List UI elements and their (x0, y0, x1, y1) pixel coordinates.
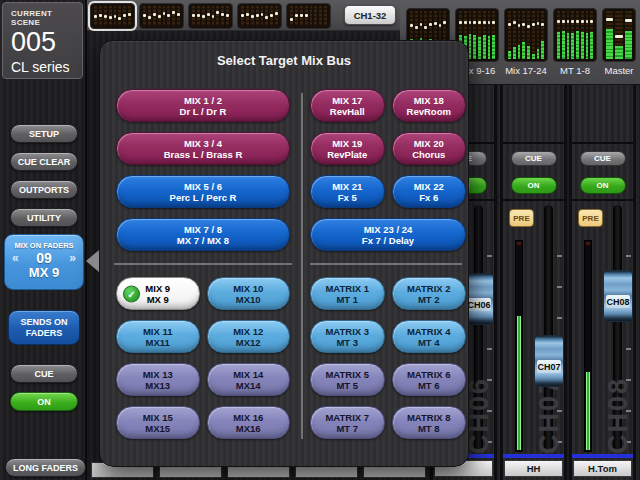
on-button[interactable]: ON (511, 177, 557, 194)
mix-bus-button-mix-7-8[interactable]: MIX 7 / 8MX 7 / MX 8 (116, 218, 290, 251)
mix-bus-name: Dr L / Dr R (180, 106, 227, 117)
cue-button[interactable]: CUE (580, 151, 626, 166)
mix-bus-name: RevRoom (407, 106, 451, 117)
mix-bus-button-mix-21[interactable]: MIX 21Fx 5 (310, 175, 385, 208)
mix-bus-button-mix-1-2[interactable]: MIX 1 / 2Dr L / Dr R (116, 89, 290, 122)
mix-bus-number: MIX 9 (145, 283, 170, 294)
mix-bus-number: MIX 7 / 8 (184, 224, 222, 235)
mix-bus-button-matrix-1[interactable]: MATRIX 1MT 1 (310, 277, 385, 310)
mix-bus-button-mix-11[interactable]: MIX 11MX11 (116, 320, 200, 353)
fader-tick (557, 286, 562, 288)
mix-bus-number: MIX 17 (332, 95, 362, 106)
mix-bus-name: Brass L / Brass R (164, 149, 243, 160)
mix-bus-button-mix-13[interactable]: MIX 13MX13 (116, 363, 200, 396)
mix-bus-number: MATRIX 5 (325, 369, 369, 380)
fader-tick (557, 255, 562, 257)
mix-bus-name: Fx 6 (419, 192, 438, 203)
mix-button-row: MATRIX 7MT 7MATRIX 8MT 8 (310, 406, 466, 439)
mix-bus-number: MIX 11 (143, 326, 173, 337)
mix-bus-number: MIX 14 (233, 369, 263, 380)
fader-cap-label: CH06 (467, 298, 491, 311)
strip-section-divider (572, 142, 633, 144)
mix-bus-name: Chorus (412, 149, 445, 160)
mix-bus-button-mix-16[interactable]: MIX 16MX16 (207, 406, 291, 439)
mix-button-row: MIX 11MX11MIX 12MX12 (116, 320, 290, 353)
mix-bus-button-mix-17[interactable]: MIX 17RevHall (310, 89, 385, 122)
mix-bus-button-mix-22[interactable]: MIX 22Fx 6 (392, 175, 467, 208)
mix-bus-name: MX 7 / MX 8 (177, 235, 229, 246)
fader-cap[interactable]: CH07 (534, 335, 564, 387)
mix-bus-button-mix-19[interactable]: MIX 19RevPlate (310, 132, 385, 165)
meter-green-bar (517, 316, 521, 450)
channel-name-plate[interactable]: H.Tom (573, 460, 632, 477)
mix-bus-name: MT 4 (418, 337, 440, 348)
mix-bus-number: MIX 5 / 6 (184, 181, 222, 192)
mix-bus-button-mix-20[interactable]: MIX 20Chorus (392, 132, 467, 165)
channel-strip-ch07: CUEONPRECH07CH07HH (500, 85, 567, 480)
matrix-group-lower-right: MATRIX 1MT 1MATRIX 2MT 2MATRIX 3MT 3MATR… (310, 277, 466, 439)
mix-bus-name: MX15 (145, 423, 170, 434)
mix-bus-name: MX14 (236, 380, 261, 391)
mix-bus-name: MT 1 (336, 294, 358, 305)
level-meter (515, 240, 523, 452)
mix-button-row: MIX 23 / 24Fx 7 / Delay (310, 218, 466, 251)
mix-button-row: ✓MIX 9MX 9MIX 10MX10 (116, 277, 290, 310)
mix-bus-number: MATRIX 2 (407, 283, 451, 294)
mix-bus-number: MIX 15 (143, 412, 173, 423)
mix-group-upper-left: MIX 1 / 2Dr L / Dr RMIX 3 / 4Brass L / B… (116, 89, 290, 251)
mix-bus-button-mix-9[interactable]: ✓MIX 9MX 9 (116, 277, 200, 310)
mix-bus-name: MX10 (236, 294, 261, 305)
mix-button-row: MIX 7 / 8MX 7 / MX 8 (116, 218, 290, 251)
popup-title: Select Target Mix Bus (100, 53, 468, 68)
mix-button-row: MIX 21Fx 5MIX 22Fx 6 (310, 175, 466, 208)
channel-ghost-label: CH07 (536, 377, 563, 454)
mix-bus-button-mix-18[interactable]: MIX 18RevRoom (392, 89, 467, 122)
mix-bus-number: MIX 12 (233, 326, 263, 337)
mix-bus-button-matrix-8[interactable]: MATRIX 8MT 8 (392, 406, 467, 439)
selected-check-icon: ✓ (123, 285, 140, 302)
mix-bus-button-matrix-2[interactable]: MATRIX 2MT 2 (392, 277, 467, 310)
pre-indicator[interactable]: PRE (578, 209, 603, 227)
mix-bus-name: MT 7 (336, 423, 358, 434)
mix-group-upper-right: MIX 17RevHallMIX 18RevRoomMIX 19RevPlate… (310, 89, 466, 251)
fader-tick (487, 348, 492, 350)
mix-bus-number: MIX 10 (233, 283, 263, 294)
mix-bus-button-mix-3-4[interactable]: MIX 3 / 4Brass L / Brass R (116, 132, 290, 165)
on-button[interactable]: ON (580, 177, 626, 194)
mix-bus-button-matrix-6[interactable]: MATRIX 6MT 6 (392, 363, 467, 396)
fader-cap[interactable]: CH08 (603, 270, 633, 322)
strip-accent-line (503, 454, 564, 458)
mix-bus-number: MIX 16 (233, 412, 263, 423)
mix-button-row: MATRIX 1MT 1MATRIX 2MT 2 (310, 277, 466, 310)
mix-bus-name: MT 3 (336, 337, 358, 348)
strip-section-divider (503, 142, 564, 144)
cue-button[interactable]: CUE (511, 151, 557, 166)
mix-button-row: MIX 3 / 4Brass L / Brass R (116, 132, 290, 165)
mix-bus-button-matrix-4[interactable]: MATRIX 4MT 4 (392, 320, 467, 353)
mix-bus-name: MX11 (146, 337, 170, 348)
mix-bus-button-mix-14[interactable]: MIX 14MX14 (207, 363, 291, 396)
mix-bus-number: MIX 21 (332, 181, 362, 192)
mix-bus-button-mix-5-6[interactable]: MIX 5 / 6Perc L / Perc R (116, 175, 290, 208)
mix-bus-button-matrix-3[interactable]: MATRIX 3MT 3 (310, 320, 385, 353)
mix-bus-button-mix-23-24[interactable]: MIX 23 / 24Fx 7 / Delay (310, 218, 466, 251)
mix-bus-button-mix-10[interactable]: MIX 10MX10 (207, 277, 291, 310)
popup-column-divider (301, 93, 303, 439)
mix-bus-button-matrix-7[interactable]: MATRIX 7MT 7 (310, 406, 385, 439)
clip-led-icon (517, 242, 521, 245)
pre-indicator[interactable]: PRE (509, 209, 534, 227)
mix-bus-number: MATRIX 8 (407, 412, 451, 423)
channel-ghost-label: CH08 (605, 377, 632, 454)
mix-bus-button-mix-15[interactable]: MIX 15MX15 (116, 406, 200, 439)
mix-bus-name: RevPlate (327, 149, 367, 160)
cl-stagemix-app: CURRENT SCENE 005 CL series CH1-32 Mix 9… (0, 0, 640, 480)
mix-bus-button-mix-12[interactable]: MIX 12MX12 (207, 320, 291, 353)
channel-name-plate[interactable]: HH (504, 460, 563, 477)
clip-led-icon (586, 242, 590, 245)
mix-bus-button-matrix-5[interactable]: MATRIX 5MT 5 (310, 363, 385, 396)
mix-bus-name: MT 5 (336, 380, 358, 391)
mix-bus-number: MIX 23 / 24 (364, 224, 413, 235)
strip-section-divider (572, 199, 633, 201)
popup-left-divider (114, 263, 292, 265)
mix-button-row: MIX 15MX15MIX 16MX16 (116, 406, 290, 439)
